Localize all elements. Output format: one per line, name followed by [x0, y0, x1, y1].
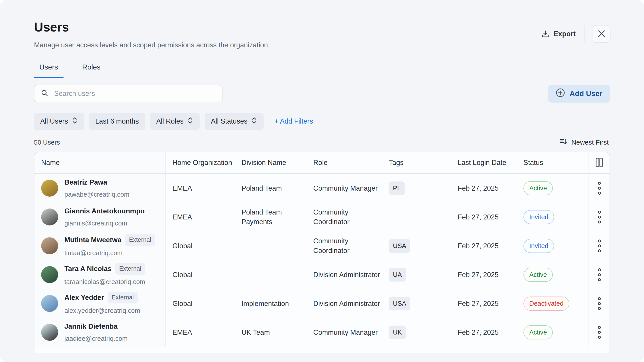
role-cell: Community Coordinator: [307, 232, 382, 260]
status-badge: Active: [524, 325, 553, 340]
sort-button[interactable]: Newest First: [558, 138, 610, 147]
row-menu-button[interactable]: [595, 208, 604, 227]
user-email: tintaa@creatriq.com: [64, 249, 155, 258]
role-cell: Division Administrator: [307, 289, 382, 318]
user-email: taraanicolas@creatoriq.com: [64, 277, 145, 287]
tab-roles[interactable]: Roles: [77, 63, 106, 78]
status-cell: Active: [517, 318, 588, 347]
avatar: [41, 237, 58, 254]
users-table: Name Home Organization Division Name Rol…: [34, 152, 610, 353]
role-cell: Community Coordinator: [307, 203, 382, 232]
last-login-cell: Feb 27, 2025: [451, 174, 517, 203]
kebab-dot: [598, 268, 601, 271]
kebab-dot: [598, 297, 601, 300]
column-header-status: Status: [517, 152, 588, 173]
sort-descending-icon: [559, 138, 567, 147]
user-count: 50 Users: [34, 139, 60, 146]
filter-all-statuses[interactable]: All Statuses: [204, 113, 264, 130]
kebab-dot: [598, 240, 601, 242]
tab-users[interactable]: Users: [34, 63, 64, 78]
status-cell: Deactivated: [517, 289, 588, 318]
status-cell: Invited: [517, 232, 588, 260]
columns-toggle-button[interactable]: [594, 157, 605, 168]
kebab-dot: [598, 249, 601, 252]
tags-cell: USA: [382, 232, 451, 260]
status-badge: Active: [524, 268, 553, 282]
filter-all-users[interactable]: All Users: [34, 113, 84, 130]
plus-circle-icon: [556, 88, 565, 99]
division-name-cell: UK Team: [235, 318, 307, 347]
division-name-cell: Implementation: [235, 289, 307, 318]
last-login-cell: Feb 27, 2025: [451, 318, 517, 347]
user-name: Mutinta Mweetwa: [64, 235, 122, 245]
home-organization-cell: EMEA: [166, 174, 235, 203]
tag-badge: UA: [389, 268, 406, 282]
kebab-dot: [598, 326, 601, 329]
export-label: Export: [554, 30, 576, 38]
column-header-home-organization: Home Organization: [166, 152, 235, 173]
row-menu-button[interactable]: [595, 179, 604, 198]
row-menu-button[interactable]: [595, 265, 604, 284]
role-cell: Division Administrator: [307, 260, 382, 289]
user-name: Jannik Diefenba: [64, 322, 118, 331]
export-button[interactable]: Export: [540, 27, 577, 40]
table-body: Beatriz Pawa pawabe@creatriq.com EMEA Po…: [34, 174, 610, 347]
row-menu-button[interactable]: [595, 323, 604, 342]
column-header-last-login-date: Last Login Date: [451, 152, 517, 173]
kebab-dot: [598, 273, 601, 276]
avatar: [41, 209, 58, 225]
row-menu-button[interactable]: [595, 236, 604, 255]
column-header-actions: [588, 152, 610, 173]
table-row[interactable]: Beatriz Pawa pawabe@creatriq.com EMEA Po…: [34, 174, 610, 203]
summary-row: 50 Users Newest First: [0, 138, 644, 147]
chevron-up-down-icon: [72, 117, 78, 126]
division-name-cell: [235, 260, 307, 289]
status-badge: Deactivated: [524, 297, 569, 311]
tag-badge: PL: [389, 181, 405, 195]
add-user-label: Add User: [570, 89, 602, 98]
search-row: Add User: [0, 85, 644, 103]
home-organization-cell: EMEA: [166, 318, 235, 347]
external-badge: External: [108, 292, 138, 304]
user-email: jaadiee@creatriq.com: [64, 334, 128, 343]
add-filters-link[interactable]: + Add Filters: [273, 117, 314, 126]
user-name: Beatriz Pawa: [64, 177, 107, 187]
table-row[interactable]: Giannis Antetokounmpo giannis@creatriq.c…: [34, 203, 610, 232]
kebab-dot: [598, 302, 601, 305]
division-name-cell: [235, 232, 307, 260]
user-email: pawabe@creatriq.com: [64, 190, 130, 199]
last-login-cell: Feb 27, 2025: [451, 260, 517, 289]
close-button[interactable]: [592, 25, 610, 43]
avatar: [41, 324, 58, 341]
status-badge: Active: [524, 181, 553, 195]
filter-all-roles[interactable]: All Roles: [150, 113, 200, 130]
tab-bar: Users Roles: [0, 63, 644, 78]
last-login-cell: Feb 27, 2025: [451, 203, 517, 232]
avatar: [41, 295, 58, 312]
chevron-up-down-icon: [251, 117, 258, 126]
column-header-name: Name: [34, 152, 166, 173]
avatar: [41, 180, 58, 197]
search-box[interactable]: [34, 85, 222, 102]
filter-label: All Users: [40, 117, 68, 125]
add-user-button[interactable]: Add User: [548, 85, 610, 103]
search-input[interactable]: [54, 89, 216, 98]
role-cell: Community Manager: [307, 174, 382, 203]
header-actions: Export: [540, 25, 610, 43]
home-organization-cell: Global: [166, 232, 235, 260]
row-menu-button[interactable]: [595, 294, 604, 313]
role-cell: Community Manager: [307, 318, 382, 347]
filter-date-range[interactable]: Last 6 months: [89, 113, 145, 130]
tags-cell: [382, 203, 451, 232]
column-header-tags: Tags: [382, 152, 451, 173]
tags-cell: USA: [382, 289, 451, 318]
tag-badge: UK: [389, 326, 406, 339]
table-row[interactable]: Tara A Nicolas External taraanicolas@cre…: [34, 260, 610, 289]
filter-label: All Roles: [156, 117, 184, 125]
external-badge: External: [115, 263, 145, 275]
table-row[interactable]: Alex Yedder External alex.yedder@creatri…: [34, 289, 610, 318]
status-badge: Invited: [524, 210, 554, 224]
table-row[interactable]: Mutinta Mweetwa External tintaa@creatriq…: [34, 232, 610, 260]
column-header-division-name: Division Name: [235, 152, 307, 173]
table-row[interactable]: Jannik Diefenba jaadiee@creatriq.com EME…: [34, 318, 610, 347]
